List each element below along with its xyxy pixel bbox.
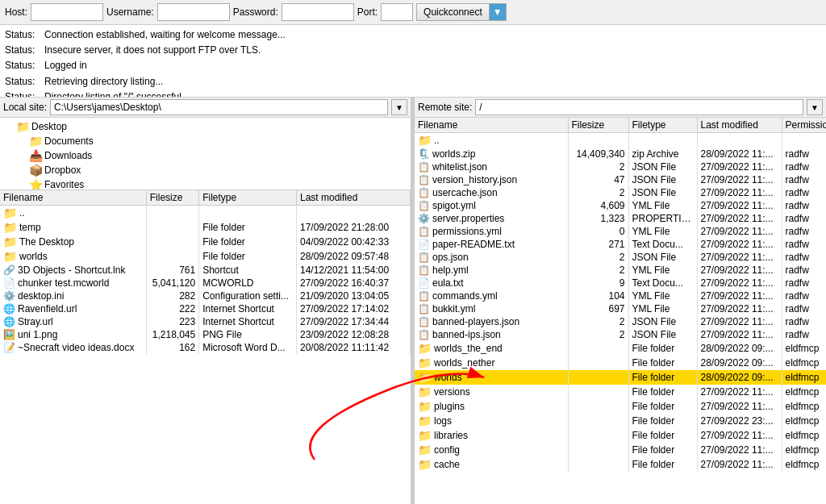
local-col-filetype[interactable]: Filetype bbox=[199, 190, 297, 206]
table-row[interactable]: 📋whitelist.json2JSON File27/09/2022 11:.… bbox=[415, 160, 826, 173]
status-label: Status: bbox=[5, 90, 41, 98]
username-input[interactable] bbox=[157, 3, 230, 21]
local-path-dropdown[interactable]: ▼ bbox=[391, 99, 407, 115]
local-path-input[interactable] bbox=[50, 99, 388, 115]
table-row[interactable]: 📁worlds_netherFile folder28/09/2022 09:.… bbox=[415, 356, 826, 370]
table-row[interactable]: 📋commands.yml104YML File27/09/2022 11:..… bbox=[415, 289, 826, 302]
file-name-cell: 📁.. bbox=[415, 133, 568, 148]
table-row[interactable]: 📁pluginsFile folder27/09/2022 11:...eldf… bbox=[415, 399, 826, 414]
table-row[interactable]: 📁.. bbox=[415, 133, 826, 148]
file-name-cell: 🖼️uni 1.png bbox=[0, 328, 146, 341]
table-row[interactable]: 📝~Snecraft video ideas.docx162Microsoft … bbox=[0, 341, 411, 354]
table-row[interactable]: 🌐Ravenfield.url222Internet Shortcut27/09… bbox=[0, 302, 411, 315]
remote-col-filesize[interactable]: Filesize bbox=[568, 118, 628, 133]
remote-col-perms[interactable]: Permissions bbox=[782, 118, 826, 133]
table-row[interactable]: 📁worldsFile folder28/09/2022 09:57:48 bbox=[0, 249, 411, 264]
file-type-icon: 📋 bbox=[418, 174, 430, 185]
file-size-cell: 2 bbox=[568, 160, 628, 173]
tree-item[interactable]: 📁Documents bbox=[0, 134, 411, 148]
file-name-cell: 🔗3D Objects - Shortcut.lnk bbox=[0, 264, 146, 277]
table-row[interactable]: 📋ops.json2JSON File27/09/2022 11:...radf… bbox=[415, 251, 826, 264]
local-col-filename[interactable]: Filename bbox=[0, 190, 146, 206]
file-name: plugins bbox=[434, 401, 465, 412]
remote-site-label: Remote site: bbox=[418, 102, 472, 113]
table-row[interactable]: 📁logsFile folder27/09/2022 23:...eldfmcp bbox=[415, 414, 826, 428]
file-size-cell bbox=[568, 370, 628, 385]
table-row[interactable]: ⚙️desktop.ini282Configuration setti...21… bbox=[0, 289, 411, 302]
file-modified-cell: 27/09/2022 11:... bbox=[697, 225, 782, 238]
table-row[interactable]: 🔗3D Objects - Shortcut.lnk761Shortcut14/… bbox=[0, 264, 411, 277]
file-type-cell: File folder bbox=[628, 385, 697, 399]
table-row[interactable]: 📁.. bbox=[0, 206, 411, 221]
quickconnect-button[interactable]: Quickconnect ▼ bbox=[416, 3, 507, 21]
table-row[interactable]: 📁The DesktopFile folder04/09/2022 00:42:… bbox=[0, 235, 411, 249]
table-row[interactable]: 🌐Stray.url223Internet Shortcut27/09/2022… bbox=[0, 315, 411, 328]
table-row[interactable]: ⚙️server.properties1,323PROPERTIE...27/0… bbox=[415, 212, 826, 225]
file-size-cell bbox=[568, 457, 628, 472]
file-name: .. bbox=[19, 207, 25, 219]
file-name: desktop.ini bbox=[18, 290, 64, 302]
file-permissions-cell: radfw bbox=[782, 173, 826, 186]
file-permissions-cell: eldfmcp bbox=[782, 356, 826, 370]
status-area: Status:Connection established, waiting f… bbox=[0, 25, 826, 98]
table-row[interactable]: 📋permissions.yml0YML File27/09/2022 11:.… bbox=[415, 225, 826, 238]
table-row[interactable]: 📋version_history.json47JSON File27/09/20… bbox=[415, 173, 826, 186]
quickconnect-arrow-icon[interactable]: ▼ bbox=[490, 4, 506, 20]
password-input[interactable] bbox=[282, 3, 354, 21]
file-type-cell: File folder bbox=[199, 249, 297, 264]
table-row[interactable]: 📋banned-players.json2JSON File27/09/2022… bbox=[415, 315, 826, 328]
file-type-icon: 📋 bbox=[418, 252, 430, 263]
file-permissions-cell: eldfmcp bbox=[782, 341, 826, 356]
file-modified-cell: 27/09/2022 11:... bbox=[697, 212, 782, 225]
remote-col-filename[interactable]: Filename bbox=[415, 118, 568, 133]
file-name: bukkit.yml bbox=[432, 303, 475, 314]
file-type-icon: 📋 bbox=[418, 303, 430, 314]
file-size-cell bbox=[146, 249, 198, 264]
table-row[interactable]: 📄paper-README.txt271Text Docu...27/09/20… bbox=[415, 238, 826, 251]
table-row[interactable]: 📁configFile folder27/09/2022 11:...eldfm… bbox=[415, 443, 826, 457]
table-row[interactable]: 📁tempFile folder17/09/2022 21:28:00 bbox=[0, 220, 411, 235]
local-col-filesize[interactable]: Filesize bbox=[146, 190, 198, 206]
table-row[interactable]: 📄eula.txt9Text Docu...27/09/2022 11:...r… bbox=[415, 277, 826, 289]
remote-path-input[interactable] bbox=[475, 99, 803, 115]
file-name-cell: 🌐Stray.url bbox=[0, 315, 146, 328]
file-modified-cell bbox=[697, 133, 782, 148]
status-label: Status: bbox=[5, 58, 41, 73]
status-message: Logged in bbox=[44, 58, 87, 73]
file-type-icon: 📄 bbox=[3, 277, 15, 289]
tree-item[interactable]: ⭐Favorites bbox=[0, 177, 411, 190]
local-col-modified[interactable]: Last modified bbox=[297, 190, 411, 206]
table-row[interactable]: 📄chunker test.mcworld5,041,120MCWORLD27/… bbox=[0, 277, 411, 289]
remote-col-filetype[interactable]: Filetype bbox=[628, 118, 697, 133]
port-input[interactable] bbox=[381, 3, 413, 21]
table-row[interactable]: 📁worlds_the_endFile folder28/09/2022 09:… bbox=[415, 341, 826, 356]
folder-icon: 📁 bbox=[418, 458, 432, 471]
file-size-cell: 271 bbox=[568, 238, 628, 251]
file-type-cell: JSON File bbox=[628, 328, 697, 341]
table-row[interactable]: 📋spigot.yml4,609YML File27/09/2022 11:..… bbox=[415, 199, 826, 212]
table-row[interactable]: 📁versionsFile folder27/09/2022 11:...eld… bbox=[415, 385, 826, 399]
tree-item-label: Favorites bbox=[44, 179, 84, 190]
table-row[interactable]: 🖼️uni 1.png1,218,045PNG File23/09/2022 1… bbox=[0, 328, 411, 341]
table-row[interactable]: 📋help.yml2YML File27/09/2022 11:...radfw bbox=[415, 264, 826, 277]
tree-item[interactable]: 📦Dropbox bbox=[0, 163, 411, 177]
table-row[interactable]: 📋usercache.json2JSON File27/09/2022 11:.… bbox=[415, 186, 826, 199]
table-row[interactable]: 📁cacheFile folder27/09/2022 11:...eldfmc… bbox=[415, 457, 826, 472]
tree-item[interactable]: 📁Desktop bbox=[0, 119, 411, 134]
tree-item[interactable]: 📥Downloads bbox=[0, 148, 411, 163]
file-type-cell: MCWORLD bbox=[199, 277, 297, 289]
file-modified-cell: 27/09/2022 11:... bbox=[697, 238, 782, 251]
table-row[interactable]: 📋banned-ips.json2JSON File27/09/2022 11:… bbox=[415, 328, 826, 341]
file-permissions-cell: radfw bbox=[782, 199, 826, 212]
local-file-tbody: 📁..📁tempFile folder17/09/2022 21:28:00📁T… bbox=[0, 206, 411, 355]
status-message: Retrieving directory listing... bbox=[44, 74, 163, 90]
remote-path-dropdown[interactable]: ▼ bbox=[807, 99, 823, 115]
file-size-cell: 223 bbox=[146, 315, 198, 328]
remote-col-modified[interactable]: Last modified bbox=[697, 118, 782, 133]
table-row[interactable]: 📋bukkit.yml697YML File27/09/2022 11:...r… bbox=[415, 302, 826, 315]
file-size-cell: 2 bbox=[568, 315, 628, 328]
table-row[interactable]: 📁librariesFile folder27/09/2022 11:...el… bbox=[415, 428, 826, 443]
table-row[interactable]: 🗜️worlds.zip14,409,340zip Archive28/09/2… bbox=[415, 148, 826, 160]
host-input[interactable] bbox=[31, 3, 103, 21]
table-row[interactable]: 📁worldsFile folder28/09/2022 09:...eldfm… bbox=[415, 370, 826, 385]
